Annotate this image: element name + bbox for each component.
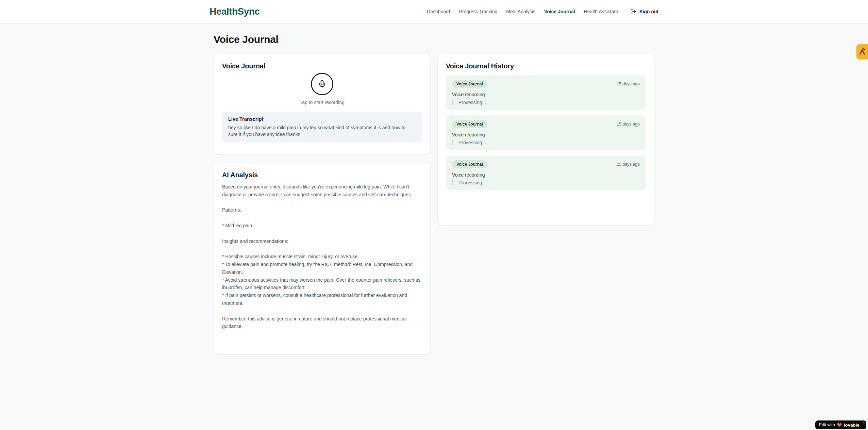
extension-logo-icon [858, 48, 866, 55]
entry-status: Processing... [452, 180, 640, 185]
recorder-card-title: Voice Journal [222, 62, 422, 70]
app-logo[interactable]: HealthSync [210, 6, 260, 17]
extension-side-tab[interactable] [856, 44, 868, 59]
entry-status: Processing... [452, 100, 640, 105]
nav-item-voice-journal[interactable]: Voice Journal [544, 9, 575, 14]
tap-to-record-hint: Tap to start recording [300, 100, 345, 105]
entry-status: Processing... [452, 140, 640, 145]
microphone-icon [318, 80, 327, 88]
main-content: Voice Journal Voice Journal Tap to start… [207, 23, 661, 354]
history-entry[interactable]: Voice Journal 15 days ago Voice recordin… [446, 75, 646, 110]
ai-analysis-card: AI Analysis Based on your journal entry,… [214, 163, 431, 354]
entry-timestamp: 15 days ago [617, 162, 640, 167]
history-entry[interactable]: Voice Journal 15 days ago Voice recordin… [446, 155, 646, 190]
entry-description: Voice recording [452, 172, 640, 178]
nav-item-progress-tracking[interactable]: Progress Tracking [459, 9, 497, 14]
sign-out-icon [630, 9, 636, 15]
ai-analysis-title: AI Analysis [222, 171, 422, 179]
badge-close-icon[interactable]: × [863, 421, 865, 425]
entry-type-badge: Voice Journal [452, 80, 487, 88]
entry-timestamp: 15 days ago [617, 122, 640, 127]
voice-journal-history-card: Voice Journal History Voice Journal 15 d… [437, 54, 654, 225]
heart-icon [837, 423, 842, 427]
entry-description: Voice recording [452, 92, 640, 97]
sign-out-button[interactable]: Sign out [630, 9, 658, 15]
entry-description: Voice recording [452, 132, 640, 137]
nav-item-health-assistant[interactable]: Health Assistant [584, 9, 618, 14]
entry-timestamp: 15 days ago [617, 82, 640, 86]
entry-type-badge: Voice Journal [452, 160, 487, 168]
nav-item-meal-analysis[interactable]: Meal Analysis [506, 9, 535, 14]
lovable-badge[interactable]: Edit with lovable × [815, 420, 866, 429]
main-nav: Dashboard Progress Tracking Meal Analysi… [427, 9, 658, 15]
page-title: Voice Journal [214, 34, 654, 45]
ai-analysis-text: Based on your journal entry, it sounds l… [222, 183, 422, 330]
nav-item-dashboard[interactable]: Dashboard [427, 9, 450, 14]
record-button[interactable] [311, 73, 333, 95]
edit-with-label: Edit with [819, 423, 835, 427]
live-transcript-box: Live Transcript hey so like I do have a … [222, 112, 422, 143]
live-transcript-label: Live Transcript [228, 116, 416, 122]
sign-out-label: Sign out [639, 9, 658, 14]
live-transcript-text: hey so like I do have a mild pain in my … [228, 124, 416, 138]
history-list: Voice Journal 15 days ago Voice recordin… [446, 75, 646, 190]
lovable-brand-label: lovable [844, 423, 859, 428]
header: HealthSync Dashboard Progress Tracking M… [0, 0, 868, 23]
history-entry[interactable]: Voice Journal 15 days ago Voice recordin… [446, 115, 646, 150]
history-title: Voice Journal History [446, 62, 646, 70]
entry-type-badge: Voice Journal [452, 120, 487, 128]
voice-recorder-card: Voice Journal Tap to start recording Liv… [214, 54, 431, 154]
